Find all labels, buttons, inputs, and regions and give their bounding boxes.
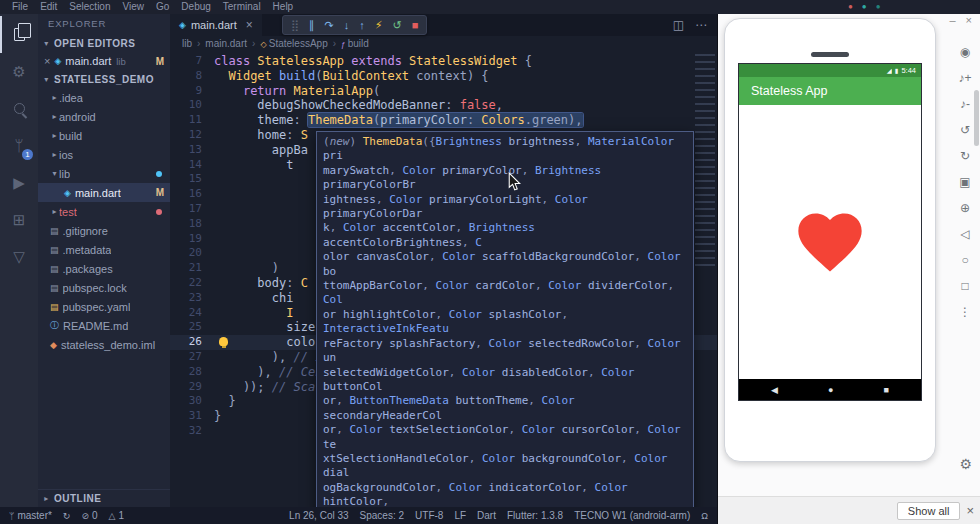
- status-warnings[interactable]: △1: [109, 510, 124, 521]
- code-line-11[interactable]: 11 theme: ThemeData(primaryColor: Colors…: [170, 113, 717, 128]
- menu-go[interactable]: Go: [150, 0, 175, 14]
- code-line-8[interactable]: 8 Widget build(BuildContext context) {: [170, 69, 717, 84]
- file-readme-md[interactable]: ⓘREADME.md: [38, 316, 170, 335]
- emu-back-icon[interactable]: ◁: [960, 226, 969, 242]
- folder-build[interactable]: ▸build: [38, 126, 170, 145]
- breadcrumb-lib[interactable]: lib: [182, 38, 192, 49]
- line-number[interactable]: 27: [170, 350, 214, 365]
- emulator-settings-icon[interactable]: ⚙: [959, 456, 972, 472]
- debug-step-out-icon[interactable]: ↑: [354, 16, 370, 34]
- line-number[interactable]: 24: [170, 306, 214, 321]
- emu-screenshot-icon[interactable]: ▣: [959, 174, 970, 190]
- line-number[interactable]: 26: [170, 335, 214, 350]
- lightbulb-icon[interactable]: [219, 337, 228, 346]
- code-line-10[interactable]: 10 debugShowCheckedModeBanner: false,: [170, 98, 717, 113]
- line-number[interactable]: 13: [170, 143, 214, 158]
- show-all-button[interactable]: Show all: [897, 502, 961, 520]
- status-indentation[interactable]: Spaces: 2: [360, 510, 404, 521]
- line-number[interactable]: 30: [170, 394, 214, 409]
- emulator-minimize-icon[interactable]: –: [949, 14, 955, 26]
- line-number[interactable]: 23: [170, 291, 214, 306]
- emu-power-icon[interactable]: ◉: [960, 44, 970, 60]
- activity-test[interactable]: ▽: [0, 238, 38, 275]
- line-number[interactable]: 25: [170, 320, 214, 335]
- status-sync[interactable]: ↻: [63, 511, 71, 521]
- debug-restart-icon[interactable]: ↺: [388, 16, 407, 34]
- status-encoding[interactable]: UTF-8: [415, 510, 443, 521]
- line-number[interactable]: 9: [170, 84, 214, 99]
- line-number[interactable]: 17: [170, 202, 214, 217]
- outline-header[interactable]: ▸ OUTLINE: [38, 489, 170, 507]
- tray-status-icon[interactable]: ●: [876, 1, 881, 12]
- breadcrumb-main-dart[interactable]: main.dart: [205, 38, 247, 49]
- folder--idea[interactable]: ▸.idea: [38, 88, 170, 107]
- status-errors[interactable]: ⊘0: [81, 510, 97, 521]
- close-tab-icon[interactable]: ×: [246, 18, 253, 32]
- status-branch[interactable]: ᛘmaster*: [9, 510, 52, 521]
- breadcrumb-build[interactable]: ƒ build: [341, 38, 369, 49]
- breadcrumb-statelessapp[interactable]: ◇ StatelessApp: [260, 38, 327, 49]
- file-stateless-demo-iml[interactable]: ◆stateless_demo.iml: [38, 335, 170, 354]
- activity-debug[interactable]: ▶: [0, 164, 38, 201]
- menu-debug[interactable]: Debug: [175, 0, 216, 14]
- emu-rotate-left-icon[interactable]: ↺: [960, 122, 970, 138]
- emulator-close-icon[interactable]: ×: [966, 14, 972, 26]
- menu-help[interactable]: Help: [267, 0, 300, 14]
- code-line-9[interactable]: 9 return MaterialApp(: [170, 84, 717, 99]
- notifications-bell-icon[interactable]: Ω: [701, 511, 708, 521]
- file-pubspec-lock[interactable]: ▤pubspec.lock: [38, 278, 170, 297]
- line-number[interactable]: 21: [170, 261, 214, 276]
- tab-main-dart[interactable]: ◈ main.dart ×: [170, 14, 262, 36]
- project-header[interactable]: ▾ STATELESS_DEMO: [38, 70, 170, 88]
- activity-explorer[interactable]: [0, 16, 38, 53]
- line-number[interactable]: 32: [170, 424, 214, 439]
- line-number[interactable]: 14: [170, 158, 214, 173]
- line-number[interactable]: 8: [170, 69, 214, 84]
- code-area[interactable]: 7class StatelessApp extends StatelessWid…: [170, 51, 717, 507]
- nav-home-button[interactable]: ●: [828, 385, 833, 395]
- line-number[interactable]: 19: [170, 232, 214, 247]
- status-cursor-position[interactable]: Ln 26, Col 33: [289, 510, 349, 521]
- open-editor-item[interactable]: ×◈main.dartlibM: [38, 52, 170, 70]
- line-number[interactable]: 29: [170, 380, 214, 395]
- line-number[interactable]: 20: [170, 246, 214, 261]
- line-number[interactable]: 22: [170, 276, 214, 291]
- folder-ios[interactable]: ▸ios: [38, 145, 170, 164]
- status-flutter-version[interactable]: Flutter: 1.3.8: [507, 510, 563, 521]
- menu-selection[interactable]: Selection: [63, 0, 116, 14]
- scrollbar-thumb[interactable]: [974, 90, 979, 146]
- emu-overview-icon[interactable]: □: [961, 278, 968, 294]
- emu-zoom-icon[interactable]: ⊕: [960, 200, 970, 216]
- close-icon[interactable]: ×: [44, 55, 50, 67]
- activity-search[interactable]: [0, 90, 38, 127]
- debug-stop-icon[interactable]: ■: [407, 16, 424, 34]
- tray-network-icon[interactable]: ●: [862, 1, 867, 12]
- file--gitignore[interactable]: ▤.gitignore: [38, 221, 170, 240]
- emu-volume-up-icon[interactable]: ♪+: [958, 70, 971, 86]
- debug-step-into-icon[interactable]: ↓: [339, 16, 355, 34]
- emu-more-icon[interactable]: ⋮: [959, 304, 971, 320]
- nav-recents-button[interactable]: ■: [884, 385, 889, 395]
- folder-test[interactable]: ▸test: [38, 202, 170, 221]
- file--packages[interactable]: ▤.packages: [38, 259, 170, 278]
- line-number[interactable]: 15: [170, 172, 214, 187]
- nav-back-button[interactable]: ◀: [771, 385, 778, 395]
- line-number[interactable]: 16: [170, 187, 214, 202]
- more-actions-icon[interactable]: ⋯: [695, 18, 707, 32]
- status-eol[interactable]: LF: [454, 510, 466, 521]
- line-number[interactable]: 31: [170, 409, 214, 424]
- line-number[interactable]: 12: [170, 128, 214, 143]
- debug-pause-icon[interactable]: ∥: [304, 16, 320, 34]
- code-line-7[interactable]: 7class StatelessApp extends StatelessWid…: [170, 54, 717, 69]
- line-number[interactable]: 11: [170, 113, 214, 128]
- line-number[interactable]: 7: [170, 54, 214, 69]
- activity-settings-gear[interactable]: ⚙: [0, 53, 38, 90]
- open-editors-header[interactable]: ▾ OPEN EDITORS: [38, 34, 170, 52]
- status-language[interactable]: Dart: [477, 510, 496, 521]
- emu-home-icon[interactable]: ○: [961, 252, 968, 268]
- line-number[interactable]: 10: [170, 98, 214, 113]
- file-main-dart[interactable]: ◈main.dartM: [38, 183, 170, 202]
- debug-step-over-icon[interactable]: ↷: [320, 16, 339, 34]
- emu-volume-down-icon[interactable]: ♪-: [960, 96, 970, 112]
- tray-record-icon[interactable]: ●: [848, 1, 853, 12]
